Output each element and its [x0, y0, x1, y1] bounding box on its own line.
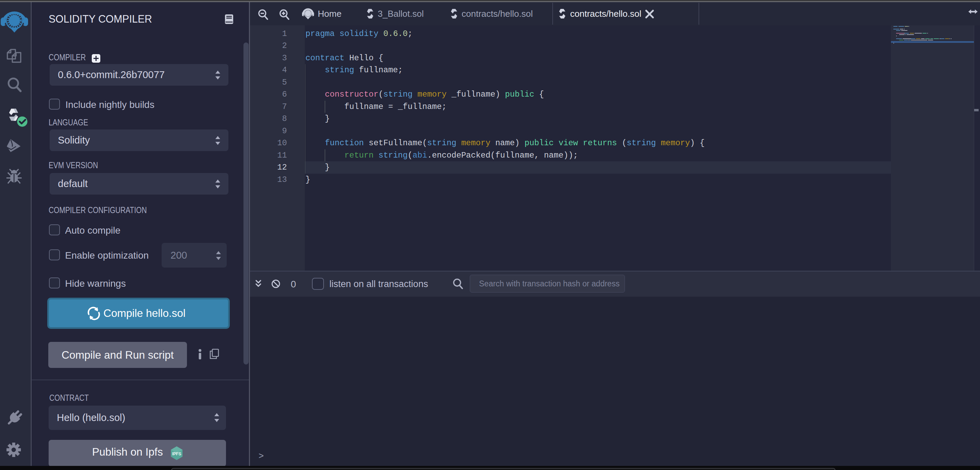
- svg-text:IPFS: IPFS: [172, 451, 181, 456]
